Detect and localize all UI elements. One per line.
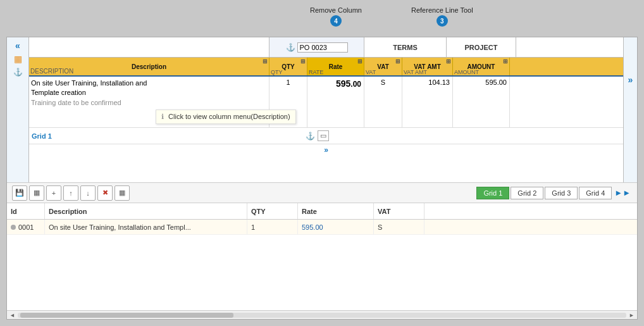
horizontal-scrollbar: ◄ ►	[7, 310, 637, 319]
desc-header-icon: ⊞	[263, 58, 268, 65]
right-nav-arrow[interactable]: »	[628, 75, 633, 84]
qty-header-label: QTY	[282, 63, 295, 70]
vatamt-sub-label: VAT AMT	[404, 69, 427, 75]
scroll-thumb[interactable]	[20, 313, 233, 318]
anchor-icon[interactable]: ⚓	[13, 68, 23, 77]
move-up-icon: ↑	[69, 189, 73, 197]
scroll-right-button[interactable]: ►	[628, 312, 636, 318]
qty-sub-label: QTY	[271, 69, 283, 75]
tab-nav-forward[interactable]: ►►	[613, 188, 632, 197]
grid-options-button[interactable]: ▦	[115, 185, 130, 201]
scroll-down-icon: »	[324, 146, 328, 154]
grid-anchor-area: ⚓ ▭	[269, 130, 364, 141]
grid-tabs-area: Grid 1 Grid 2 Grid 3 Grid 4 ►►	[476, 187, 632, 199]
po-no-header-cell: ⚓	[269, 37, 364, 57]
grid-vatamt-cell: 104.13	[402, 77, 453, 127]
tooltip-text: Click to view column menu(Description)	[168, 113, 290, 120]
delete-button[interactable]: ✖	[97, 185, 113, 201]
grid-amount-value: 595.00	[485, 78, 507, 86]
project-label: PROJECT	[465, 44, 498, 51]
grid-options-icon: ▦	[119, 189, 125, 197]
lt-header-qty: QTY	[247, 203, 298, 219]
qty-col-header: QTY ⊞ QTY	[269, 58, 307, 75]
add-button[interactable]: +	[46, 185, 61, 201]
po-header-row: ⚓ TERMS PROJECT	[29, 37, 623, 58]
grid-top-section: « ▦ ⚓ ⚓ TERMS PROJECT	[7, 37, 637, 183]
left-nav-arrow[interactable]: «	[15, 41, 20, 50]
grid-tab-3[interactable]: Grid 3	[545, 187, 578, 199]
scroll-track[interactable]	[18, 313, 626, 318]
lt-header-rate: Rate	[298, 203, 374, 219]
amount-col-header: AMOUNT ⊞ AMOUNT	[453, 58, 510, 75]
vatamt-header-icon: ⊞	[446, 58, 451, 65]
lower-table: Id Description QTY Rate VAT	[7, 203, 637, 310]
grid-tab-4-label: Grid 4	[586, 189, 605, 197]
anchor-footer-icon: ⚓	[306, 132, 315, 141]
amount-header-icon: ⊞	[503, 58, 508, 65]
grid-tab-1[interactable]: Grid 1	[476, 187, 509, 199]
center-grid: ⚓ TERMS PROJECT Description ⊞ DES	[29, 37, 623, 182]
vatamt-col-header: VAT AMT ⊞ VAT AMT	[402, 58, 453, 75]
right-nav-panel: »	[623, 37, 637, 182]
rate-col-header: Rate ⊞ RATE	[307, 58, 364, 75]
delete-icon: ✖	[102, 189, 108, 197]
rate-sub-label: RATE	[309, 69, 323, 75]
bottom-section: 💾 ▦ + ↑ ↓ ✖ ▦	[7, 183, 637, 319]
grid-tab-2[interactable]: Grid 2	[511, 187, 543, 199]
po-anchor-icon: ⚓	[286, 43, 295, 52]
grid-vat-value: S	[381, 78, 385, 86]
desc-sub-label: DESCRIPTION	[30, 68, 73, 75]
project-header-cell: PROJECT	[447, 37, 516, 57]
ref-line-badge: 3	[437, 15, 448, 27]
lower-table-header: Id Description QTY Rate VAT	[7, 203, 637, 220]
remove-column-badge: 4	[330, 15, 342, 27]
scroll-left-button[interactable]: ◄	[8, 312, 16, 318]
rate-header-label: Rate	[329, 63, 343, 70]
scroll-indicator: »	[29, 144, 623, 155]
rate-header-icon: ⊞	[357, 58, 362, 65]
lt-header-vat: VAT	[374, 203, 424, 219]
table-button[interactable]: ▦	[29, 185, 44, 201]
anchor-collapse-icon[interactable]: ▭	[318, 130, 329, 141]
po-no-input[interactable]	[297, 42, 348, 53]
grid-desc-value: On site User Training, Installation andT…	[31, 78, 147, 108]
grid-tab-3-label: Grid 3	[552, 189, 571, 197]
lt-cell-qty: 1	[247, 220, 298, 234]
table-icon: ▦	[34, 189, 40, 197]
po-header-spacer	[29, 37, 269, 57]
grid-footer-label: Grid 1	[29, 132, 269, 140]
ref-line-label: Reference Line Tool	[411, 6, 473, 14]
grid-footer-row: Grid 1 ⚓ ▭	[29, 127, 623, 144]
remove-column-label: Remove Column	[310, 6, 362, 14]
grid-tab-1-label: Grid 1	[483, 189, 502, 197]
grid-menu-icon[interactable]: ▦	[14, 54, 22, 64]
terms-header-cell: TERMS	[364, 37, 447, 57]
add-icon: +	[52, 189, 56, 197]
lt-header-id: Id	[7, 203, 45, 219]
grid-tab-2-label: Grid 2	[517, 189, 536, 197]
lt-cell-desc: On site User Training, Installation and …	[45, 220, 247, 234]
main-container: « ▦ ⚓ ⚓ TERMS PROJECT	[6, 37, 638, 320]
terms-label: TERMS	[393, 44, 418, 51]
amount-sub-label: AMOUNT	[454, 69, 479, 75]
grid-rate-cell: 595.00	[307, 77, 364, 127]
lt-cell-id: 0001	[7, 220, 45, 234]
grid-data-row: On site User Training, Installation andT…	[29, 77, 623, 127]
qty-header-icon: ⊞	[300, 58, 306, 65]
grid-vatamt-value: 104.13	[428, 78, 450, 86]
move-down-icon: ↓	[86, 189, 90, 197]
save-button[interactable]: 💾	[12, 185, 27, 201]
lt-cell-vat: S	[374, 220, 424, 234]
grid-columns-row: Description ⊞ DESCRIPTION QTY ⊞ QTY Rate…	[29, 58, 623, 77]
grid-tab-4[interactable]: Grid 4	[579, 187, 612, 199]
tooltip-info-icon: ℹ	[161, 113, 164, 120]
move-up-button[interactable]: ↑	[63, 185, 78, 201]
ref-line-annotation: Reference Line Tool 3	[411, 6, 473, 27]
vat-col-header: VAT ⊞ VAT	[364, 58, 402, 75]
desc-header-label: Description	[132, 63, 166, 70]
table-row[interactable]: 0001 On site User Training, Installation…	[7, 220, 637, 235]
move-down-button[interactable]: ↓	[80, 185, 96, 201]
vat-header-icon: ⊞	[395, 58, 400, 65]
toolbar-row: 💾 ▦ + ↑ ↓ ✖ ▦	[7, 183, 637, 203]
lt-cell-rate: 595.00	[298, 220, 374, 234]
